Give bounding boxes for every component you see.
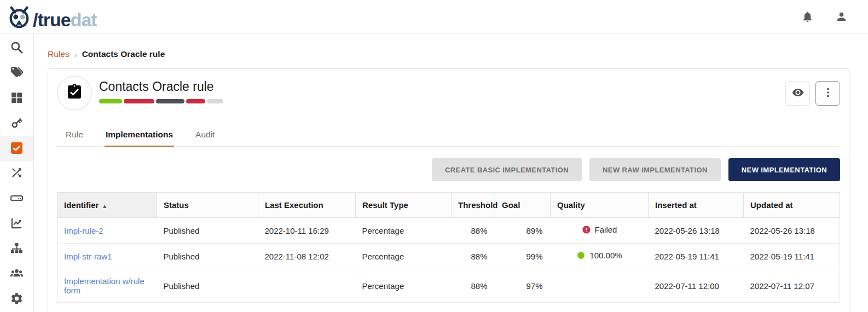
sidebar-item-lineage[interactable] (0, 161, 33, 187)
key-icon (10, 116, 24, 132)
sidebar-item-permissions[interactable] (0, 111, 33, 136)
sidebar-item-settings[interactable] (0, 287, 33, 312)
cell-last_execution: 2022-11-08 12:02 (258, 244, 356, 269)
cell-goal: 89% (495, 218, 551, 244)
top-bar: /truedat (0, 0, 868, 34)
owl-logo-icon (8, 5, 31, 29)
main-content: Rules › Contacts Oracle rule Contacts Or… (34, 34, 868, 312)
cell-threshold: 88% (452, 244, 495, 269)
table-body: Impl-rule-2Published2022-10-11 16:29Perc… (57, 218, 840, 303)
preview-button[interactable] (785, 81, 810, 106)
page-title: Contacts Oracle rule (99, 76, 223, 94)
shuffle-icon (10, 166, 24, 182)
create-basic-implementation-button[interactable]: CREATE BASIC IMPLEMENTATION (432, 158, 582, 181)
table-header-row: Identifier▲StatusLast ExecutionResult Ty… (57, 193, 840, 218)
new-raw-implementation-button[interactable]: NEW RAW IMPLEMENTATION (589, 158, 721, 181)
drive-icon (10, 191, 24, 207)
users-icon (10, 267, 24, 282)
cell-result_type: Percentage (356, 269, 452, 303)
breadcrumb-link-rules[interactable]: Rules (48, 49, 70, 59)
sidebar-item-quality-rules[interactable] (0, 136, 33, 161)
rule-type-badge (57, 76, 92, 111)
implementations-table: Identifier▲StatusLast ExecutionResult Ty… (57, 192, 840, 303)
sidebar-item-structures[interactable] (0, 237, 33, 262)
column-header-updated_at[interactable]: Updated at (744, 193, 840, 218)
tab-bar: RuleImplementationsAudit (57, 125, 840, 147)
breadcrumb-separator: › (74, 50, 77, 59)
cell-result_type: Percentage (356, 218, 452, 244)
cell-threshold: 88% (452, 269, 495, 303)
quality-segment-3 (186, 99, 205, 103)
cell-last_execution: 2022-10-11 16:29 (258, 218, 356, 244)
chart-icon (10, 216, 24, 232)
search-icon (10, 41, 24, 56)
sidebar-item-tags[interactable] (0, 61, 33, 86)
gear-icon (10, 292, 24, 308)
cell-inserted_at: 2022-07-11 12:00 (649, 269, 744, 303)
topbar-actions (801, 10, 853, 24)
cell-updated_at: 2022-05-19 11:41 (744, 244, 840, 269)
column-header-inserted_at[interactable]: Inserted at (649, 193, 744, 218)
kebab-icon (822, 86, 834, 101)
cell-result_type: Percentage (356, 244, 452, 269)
bell-icon[interactable] (801, 10, 814, 24)
table-row: Implementation w/rule formPublishedPerce… (57, 269, 840, 303)
quality-status: Failed (582, 225, 617, 234)
check-square-icon (10, 141, 24, 157)
brand-logo[interactable]: /truedat (8, 5, 97, 29)
quality-segment-2 (156, 99, 184, 103)
cell-goal: 99% (495, 244, 551, 269)
sidebar-item-groups[interactable] (0, 262, 33, 287)
implementation-link[interactable]: Impl-str-raw1 (64, 252, 112, 261)
sidebar-item-analytics[interactable] (0, 212, 33, 237)
cell-updated_at: 2022-05-26 13:18 (744, 218, 840, 244)
cell-inserted_at: 2022-05-19 11:41 (649, 244, 744, 269)
column-header-quality[interactable]: Quality (551, 193, 649, 218)
rule-card: Contacts Oracle rule RuleImplementations… (48, 68, 849, 312)
column-header-last_execution[interactable]: Last Execution (258, 193, 356, 218)
column-header-status[interactable]: Status (157, 193, 258, 218)
table-row: Impl-rule-2Published2022-10-11 16:29Perc… (57, 218, 840, 244)
sidebar-item-search[interactable] (0, 36, 33, 61)
cell-status: Published (157, 244, 258, 269)
error-icon (582, 225, 591, 234)
eye-icon (792, 86, 804, 101)
grid-icon (10, 91, 24, 107)
tab-implementations[interactable]: Implementations (105, 125, 174, 147)
quality-segment-0 (99, 99, 122, 103)
cell-threshold: 88% (452, 218, 495, 244)
implementation-link[interactable]: Impl-rule-2 (64, 226, 103, 235)
column-header-threshold[interactable]: Threshold (452, 193, 495, 218)
rule-card-actions (785, 81, 840, 106)
quality-status: 100.00% (576, 251, 622, 260)
clipboard-check-icon (66, 83, 83, 103)
quality-segment-1 (124, 99, 154, 103)
dot-icon (576, 251, 586, 260)
implementation-toolbar: CREATE BASIC IMPLEMENTATION NEW RAW IMPL… (57, 158, 840, 181)
cell-last_execution (258, 269, 356, 303)
cell-inserted_at: 2022-05-26 13:18 (649, 218, 744, 244)
quality-label: 100.00% (589, 251, 622, 260)
tab-audit[interactable]: Audit (194, 125, 216, 147)
cell-goal: 97% (495, 269, 551, 303)
quality-results-bar (99, 99, 223, 103)
implementation-link[interactable]: Implementation w/rule form (64, 276, 144, 295)
cell-updated_at: 2022-07-11 12:07 (744, 269, 840, 303)
table-row: Impl-str-raw1Published2022-11-08 12:02Pe… (57, 244, 840, 269)
brand-name: /truedat (33, 11, 97, 28)
user-icon[interactable] (835, 10, 848, 24)
breadcrumb-current: Contacts Oracle rule (82, 49, 165, 59)
tags-icon (10, 66, 24, 82)
sidebar-item-data-sources[interactable] (0, 187, 33, 212)
sitemap-icon (10, 241, 24, 257)
column-header-result_type[interactable]: Result Type (356, 193, 452, 218)
new-implementation-button[interactable]: NEW IMPLEMENTATION (728, 158, 840, 181)
column-header-identifier[interactable]: Identifier▲ (57, 193, 157, 218)
more-options-button[interactable] (815, 81, 840, 106)
quality-label: Failed (595, 225, 617, 234)
sidebar (0, 34, 34, 312)
tab-rule[interactable]: Rule (65, 125, 84, 147)
column-header-goal[interactable]: Goal (495, 193, 551, 218)
breadcrumb: Rules › Contacts Oracle rule (48, 49, 849, 59)
sidebar-item-dashboards[interactable] (0, 86, 33, 112)
